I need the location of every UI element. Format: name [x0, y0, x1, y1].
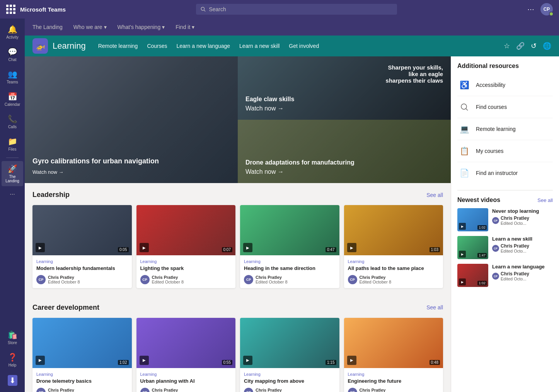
favorite-icon[interactable]: ☆ [504, 42, 510, 50]
search-input[interactable] [209, 6, 392, 12]
newest-video-1[interactable]: ▶ 1:02 Never stop learning CP Chris Prat… [457, 208, 553, 231]
nav-item-find-it[interactable]: Find it ▾ [176, 24, 194, 30]
additional-resources-title: Additional resources [457, 63, 553, 70]
career-video-4[interactable]: ▶ 0:48 Learning Engineering the future C… [344, 318, 443, 392]
video-category-2: Learning [140, 259, 232, 264]
topbar-grid: Microsoft Teams ⋯ CP [6, 3, 553, 15]
sidebar-item-more[interactable]: ··· [2, 188, 23, 201]
more-options-button[interactable]: ⋯ [527, 5, 534, 14]
main-content: Gyro calibrations for urban navigation W… [25, 56, 451, 392]
leadership-video-2[interactable]: ▶ 0:07 Learning Lighting the spark CP Ch… [136, 205, 236, 288]
newest-play-2[interactable]: ▶ [459, 251, 466, 258]
career-author-info-2: Chris Pratley Edited October 8 [152, 388, 184, 392]
resource-item-remote-learning[interactable]: 💻 Remote learning [457, 118, 553, 140]
leadership-video-4[interactable]: ▶ 1:03 Learning All paths lead to the sa… [344, 205, 443, 288]
play-button-2[interactable]: ▶ [140, 243, 149, 252]
play-button-4[interactable]: ▶ [347, 243, 356, 252]
svg-point-2 [461, 104, 467, 109]
video-title-1: Modern leadership fundamentals [36, 265, 128, 272]
newest-play-1[interactable]: ▶ [459, 223, 466, 230]
author-name-3: Chris Pratley [256, 275, 288, 280]
career-video-2[interactable]: ▶ 0:55 Learning Urban planning with AI C… [136, 318, 236, 392]
hero-watch-2[interactable]: Watch now → [245, 105, 284, 112]
resource-item-find-courses[interactable]: Find courses [457, 96, 553, 118]
sidebar-item-files[interactable]: 📁 Files [2, 134, 23, 154]
newest-author-edited-1: Edited Octo... [501, 221, 529, 226]
learning-nav-skill[interactable]: Learn a new skill [239, 43, 280, 49]
sidebar-item-label-calls: Calls [8, 125, 17, 129]
nav-item-landing[interactable]: The Landing [32, 24, 63, 30]
learning-nav: Remote learning Courses Learn a new lang… [98, 43, 319, 49]
author-name-1: Chris Pratley [48, 275, 80, 280]
video-category-1: Learning [36, 259, 128, 264]
newest-video-3[interactable]: ▶ 1:02 Learn a new language CP Chris Pra… [457, 264, 553, 287]
leadership-see-all[interactable]: See all [426, 192, 443, 198]
sidebar-item-activity[interactable]: 🔔 Activity [2, 22, 23, 42]
career-author-avatar-3: CP [244, 388, 253, 392]
sidebar-item-store[interactable]: 🛍️ Store [2, 327, 23, 348]
header-actions: ☆ 🔗 ↺ 🌐 [504, 42, 551, 50]
search-box[interactable] [196, 4, 397, 15]
play-button-3[interactable]: ▶ [243, 243, 252, 252]
career-play-4[interactable]: ▶ [347, 356, 356, 365]
resource-item-my-courses[interactable]: 📋 My courses [457, 140, 553, 162]
hero-card-gyro[interactable]: Gyro calibrations for urban navigation W… [25, 56, 238, 183]
newest-info-1: Never stop learning CP Chris Pratley Edi… [492, 208, 553, 231]
sidebar-item-chat[interactable]: 💬 Chat [2, 44, 23, 65]
avatar-status-badge [549, 12, 554, 16]
career-play-1[interactable]: ▶ [36, 356, 45, 365]
sidebar-item-calendar[interactable]: 📅 Calendar [2, 89, 23, 110]
avatar[interactable]: CP [540, 3, 553, 15]
learning-nav-courses[interactable]: Courses [147, 43, 167, 49]
newest-video-2[interactable]: ▶ 1:47 Learn a new skill CP Chris Pratle… [457, 236, 553, 259]
sidebar-divider [6, 158, 19, 158]
career-see-all[interactable]: See all [426, 304, 443, 311]
author-avatar-2: CP [140, 275, 150, 284]
career-video-3[interactable]: ▶ 1:15 Learning City mapping from above … [240, 318, 339, 392]
sidebar-item-calls[interactable]: 📞 Calls [2, 111, 23, 132]
resource-item-accessibility[interactable]: ♿ Accessibility [457, 74, 553, 96]
career-video-1[interactable]: ▶ 1:02 Learning Drone telemetry basics C… [32, 318, 132, 392]
career-play-2[interactable]: ▶ [140, 356, 149, 365]
newest-author-edited-2: Edited Octo... [501, 249, 529, 253]
career-category-1: Learning [36, 372, 128, 377]
globe-icon[interactable]: 🌐 [543, 42, 551, 50]
newest-play-3[interactable]: ▶ [459, 278, 466, 285]
leadership-video-1[interactable]: ▶ 0:05 Learning Modern leadership fundam… [32, 205, 132, 288]
career-video-info-2: Learning Urban planning with AI CP Chris… [136, 368, 236, 392]
hero-card-drone[interactable]: Drone adaptations for manufacturing Watc… [238, 120, 451, 183]
resource-label-my-courses: My courses [476, 148, 504, 154]
sidebar-item-download[interactable]: ⬇ [2, 372, 23, 389]
leadership-video-3[interactable]: ▶ 0:47 Learning Heading in the same dire… [240, 205, 339, 288]
sidebar-item-teams[interactable]: 👥 Teams [2, 66, 23, 87]
hero-watch-3[interactable]: Watch now → [245, 168, 284, 175]
newest-author-details-1: Chris Pratley Edited Octo... [501, 216, 529, 226]
learning-nav-remote[interactable]: Remote learning [98, 43, 138, 49]
hero-title-1: Gyro calibrations for urban navigation [32, 157, 159, 165]
learning-nav-involved[interactable]: Get involved [289, 43, 319, 49]
learning-nav-language[interactable]: Learn a new language [177, 43, 230, 49]
resource-item-find-instructor[interactable]: 📄 Find an instructor [457, 162, 553, 184]
hero-text-1: Gyro calibrations for urban navigation W… [32, 157, 159, 175]
video-author-1: CP Chris Pratley Edited October 8 [36, 275, 128, 284]
video-title-4: All paths lead to the same place [348, 265, 440, 272]
hero-watch-1[interactable]: Watch now → [32, 169, 63, 175]
hero-section: Gyro calibrations for urban navigation W… [25, 56, 451, 183]
newest-see-all[interactable]: See all [537, 197, 553, 203]
video-info-4: Learning All paths lead to the same plac… [344, 255, 443, 288]
remote-learning-icon: 💻 [457, 122, 471, 136]
video-thumb-1: ▶ 0:05 [32, 205, 132, 255]
refresh-icon[interactable]: ↺ [531, 42, 537, 50]
resource-label-remote-learning: Remote learning [476, 126, 516, 132]
sidebar-item-landing[interactable]: 🚀 The Landing [2, 161, 23, 186]
teams-icon: 👥 [8, 70, 17, 79]
career-play-3[interactable]: ▶ [243, 356, 252, 365]
apps-grid-icon[interactable] [6, 5, 15, 14]
sidebar-item-help[interactable]: ❓ Help [2, 350, 23, 370]
nav-item-who-we-are[interactable]: Who we are ▾ [73, 24, 107, 30]
play-button-1[interactable]: ▶ [36, 243, 45, 252]
link-icon[interactable]: 🔗 [516, 42, 525, 50]
find-courses-icon [457, 100, 471, 114]
hero-card-eagle[interactable]: Eagle claw skills Watch now → Sharpen yo… [238, 56, 451, 120]
nav-item-whats-happening[interactable]: What's happening ▾ [118, 24, 165, 30]
